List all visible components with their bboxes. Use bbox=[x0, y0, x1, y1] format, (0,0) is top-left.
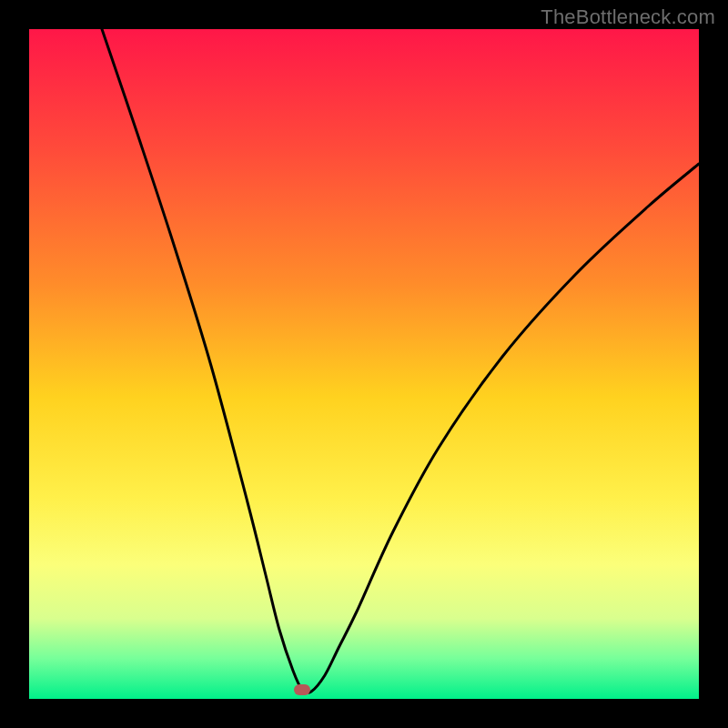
curve-svg bbox=[29, 29, 699, 699]
minimum-marker bbox=[294, 684, 310, 695]
chart-frame: TheBottleneck.com bbox=[0, 0, 728, 728]
bottleneck-curve-path bbox=[102, 29, 699, 693]
watermark-text: TheBottleneck.com bbox=[541, 5, 715, 29]
plot-area bbox=[29, 29, 699, 699]
